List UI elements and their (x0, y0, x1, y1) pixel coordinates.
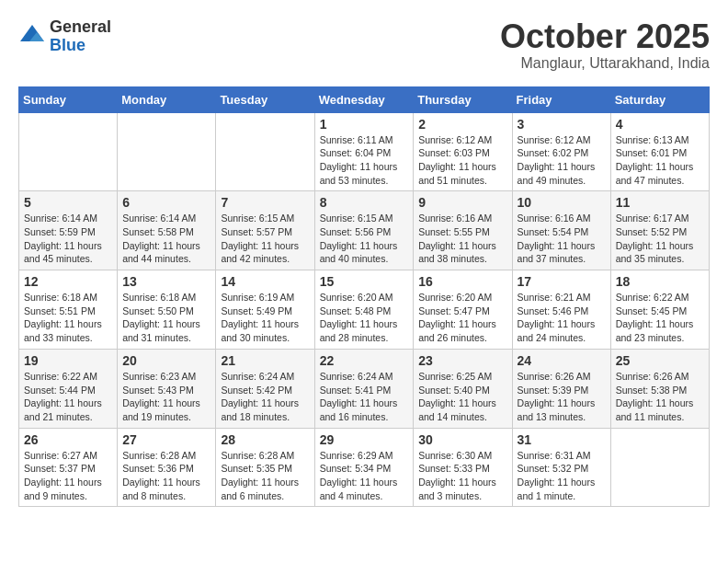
day-number: 24 (518, 353, 606, 368)
calendar-cell: 3Sunrise: 6:12 AM Sunset: 6:02 PM Daylig… (512, 112, 610, 191)
calendar-cell: 18Sunrise: 6:22 AM Sunset: 5:45 PM Dayli… (610, 270, 709, 350)
weekday-header-tuesday: Tuesday (216, 86, 314, 112)
calendar-week-row: 12Sunrise: 6:18 AM Sunset: 5:51 PM Dayli… (19, 270, 710, 350)
day-number: 18 (616, 274, 704, 289)
day-info: Sunrise: 6:14 AM Sunset: 5:58 PM Dayligh… (122, 212, 210, 266)
day-number: 23 (418, 353, 506, 368)
day-info: Sunrise: 6:28 AM Sunset: 5:36 PM Dayligh… (122, 449, 210, 503)
day-number: 13 (122, 274, 210, 289)
logo-icon (18, 23, 46, 51)
calendar-cell: 9Sunrise: 6:16 AM Sunset: 5:55 PM Daylig… (414, 191, 512, 270)
calendar-cell: 29Sunrise: 6:29 AM Sunset: 5:34 PM Dayli… (314, 428, 414, 507)
calendar-cell (610, 428, 709, 507)
day-number: 9 (418, 195, 506, 210)
calendar-week-row: 19Sunrise: 6:22 AM Sunset: 5:44 PM Dayli… (19, 349, 710, 428)
day-info: Sunrise: 6:28 AM Sunset: 5:35 PM Dayligh… (221, 449, 309, 503)
day-info: Sunrise: 6:21 AM Sunset: 5:46 PM Dayligh… (518, 291, 606, 345)
calendar-cell: 20Sunrise: 6:23 AM Sunset: 5:43 PM Dayli… (118, 349, 216, 428)
day-info: Sunrise: 6:24 AM Sunset: 5:41 PM Dayligh… (320, 370, 409, 424)
day-number: 29 (320, 432, 409, 447)
day-info: Sunrise: 6:22 AM Sunset: 5:45 PM Dayligh… (616, 291, 704, 345)
calendar-cell: 10Sunrise: 6:16 AM Sunset: 5:54 PM Dayli… (512, 191, 610, 270)
logo-text: General Blue (50, 18, 111, 55)
day-number: 6 (122, 195, 210, 210)
day-number: 12 (24, 274, 112, 289)
calendar-cell: 13Sunrise: 6:18 AM Sunset: 5:50 PM Dayli… (118, 270, 216, 350)
calendar-cell: 2Sunrise: 6:12 AM Sunset: 6:03 PM Daylig… (414, 112, 512, 191)
calendar-week-row: 5Sunrise: 6:14 AM Sunset: 5:59 PM Daylig… (19, 191, 710, 270)
calendar-cell: 16Sunrise: 6:20 AM Sunset: 5:47 PM Dayli… (414, 270, 512, 350)
calendar-cell: 15Sunrise: 6:20 AM Sunset: 5:48 PM Dayli… (314, 270, 414, 350)
calendar-cell: 5Sunrise: 6:14 AM Sunset: 5:59 PM Daylig… (19, 191, 118, 270)
day-info: Sunrise: 6:18 AM Sunset: 5:50 PM Dayligh… (122, 291, 210, 345)
day-info: Sunrise: 6:29 AM Sunset: 5:34 PM Dayligh… (320, 449, 409, 503)
day-info: Sunrise: 6:31 AM Sunset: 5:32 PM Dayligh… (518, 449, 606, 503)
day-number: 20 (122, 353, 210, 368)
calendar-cell: 19Sunrise: 6:22 AM Sunset: 5:44 PM Dayli… (19, 349, 118, 428)
weekday-header-row: SundayMondayTuesdayWednesdayThursdayFrid… (19, 86, 710, 112)
day-info: Sunrise: 6:23 AM Sunset: 5:43 PM Dayligh… (122, 370, 210, 424)
calendar-cell: 12Sunrise: 6:18 AM Sunset: 5:51 PM Dayli… (19, 270, 118, 350)
day-number: 27 (122, 432, 210, 447)
day-info: Sunrise: 6:20 AM Sunset: 5:47 PM Dayligh… (418, 291, 506, 345)
day-number: 25 (616, 353, 704, 368)
weekday-header-monday: Monday (118, 86, 216, 112)
day-number: 16 (418, 274, 506, 289)
month-title: October 2025 (500, 18, 710, 55)
day-number: 14 (221, 274, 309, 289)
day-info: Sunrise: 6:19 AM Sunset: 5:49 PM Dayligh… (221, 291, 309, 345)
day-info: Sunrise: 6:22 AM Sunset: 5:44 PM Dayligh… (24, 370, 112, 424)
day-number: 4 (616, 117, 704, 132)
day-info: Sunrise: 6:26 AM Sunset: 5:39 PM Dayligh… (518, 370, 606, 424)
calendar-cell: 1Sunrise: 6:11 AM Sunset: 6:04 PM Daylig… (314, 112, 414, 191)
weekday-header-thursday: Thursday (414, 86, 512, 112)
weekday-header-saturday: Saturday (610, 86, 709, 112)
calendar-cell: 4Sunrise: 6:13 AM Sunset: 6:01 PM Daylig… (610, 112, 709, 191)
day-info: Sunrise: 6:11 AM Sunset: 6:04 PM Dayligh… (320, 133, 409, 188)
day-number: 2 (418, 117, 506, 132)
day-info: Sunrise: 6:26 AM Sunset: 5:38 PM Dayligh… (616, 370, 704, 424)
location-title: Manglaur, Uttarakhand, India (500, 55, 710, 72)
calendar-cell: 21Sunrise: 6:24 AM Sunset: 5:42 PM Dayli… (216, 349, 314, 428)
calendar-cell: 30Sunrise: 6:30 AM Sunset: 5:33 PM Dayli… (414, 428, 512, 507)
day-number: 21 (221, 353, 309, 368)
calendar-cell: 24Sunrise: 6:26 AM Sunset: 5:39 PM Dayli… (512, 349, 610, 428)
calendar-cell: 8Sunrise: 6:15 AM Sunset: 5:56 PM Daylig… (314, 191, 414, 270)
logo-blue: Blue (50, 37, 111, 55)
calendar-cell: 22Sunrise: 6:24 AM Sunset: 5:41 PM Dayli… (314, 349, 414, 428)
calendar-cell (19, 112, 118, 191)
weekday-header-friday: Friday (512, 86, 610, 112)
day-info: Sunrise: 6:15 AM Sunset: 5:57 PM Dayligh… (221, 212, 309, 266)
day-info: Sunrise: 6:14 AM Sunset: 5:59 PM Dayligh… (24, 212, 112, 266)
day-number: 10 (518, 195, 606, 210)
page-header: General Blue October 2025 Manglaur, Utta… (18, 18, 710, 72)
calendar-cell: 31Sunrise: 6:31 AM Sunset: 5:32 PM Dayli… (512, 428, 610, 507)
title-block: October 2025 Manglaur, Uttarakhand, Indi… (500, 18, 710, 72)
day-number: 15 (320, 274, 409, 289)
day-number: 30 (418, 432, 506, 447)
weekday-header-sunday: Sunday (19, 86, 118, 112)
day-info: Sunrise: 6:18 AM Sunset: 5:51 PM Dayligh… (24, 291, 112, 345)
day-number: 3 (518, 117, 606, 132)
day-number: 8 (320, 195, 409, 210)
day-info: Sunrise: 6:27 AM Sunset: 5:37 PM Dayligh… (24, 449, 112, 503)
day-info: Sunrise: 6:17 AM Sunset: 5:52 PM Dayligh… (616, 212, 704, 266)
calendar-cell: 25Sunrise: 6:26 AM Sunset: 5:38 PM Dayli… (610, 349, 709, 428)
calendar-cell (118, 112, 216, 191)
calendar-cell: 23Sunrise: 6:25 AM Sunset: 5:40 PM Dayli… (414, 349, 512, 428)
calendar-cell: 6Sunrise: 6:14 AM Sunset: 5:58 PM Daylig… (118, 191, 216, 270)
day-number: 31 (518, 432, 606, 447)
day-number: 28 (221, 432, 309, 447)
day-info: Sunrise: 6:12 AM Sunset: 6:02 PM Dayligh… (518, 133, 606, 188)
day-info: Sunrise: 6:16 AM Sunset: 5:54 PM Dayligh… (518, 212, 606, 266)
logo: General Blue (18, 18, 111, 55)
calendar-cell: 7Sunrise: 6:15 AM Sunset: 5:57 PM Daylig… (216, 191, 314, 270)
calendar-cell: 27Sunrise: 6:28 AM Sunset: 5:36 PM Dayli… (118, 428, 216, 507)
day-info: Sunrise: 6:13 AM Sunset: 6:01 PM Dayligh… (616, 133, 704, 188)
day-number: 22 (320, 353, 409, 368)
day-info: Sunrise: 6:12 AM Sunset: 6:03 PM Dayligh… (418, 133, 506, 188)
calendar-cell: 28Sunrise: 6:28 AM Sunset: 5:35 PM Dayli… (216, 428, 314, 507)
day-info: Sunrise: 6:16 AM Sunset: 5:55 PM Dayligh… (418, 212, 506, 266)
day-number: 19 (24, 353, 112, 368)
day-number: 17 (518, 274, 606, 289)
